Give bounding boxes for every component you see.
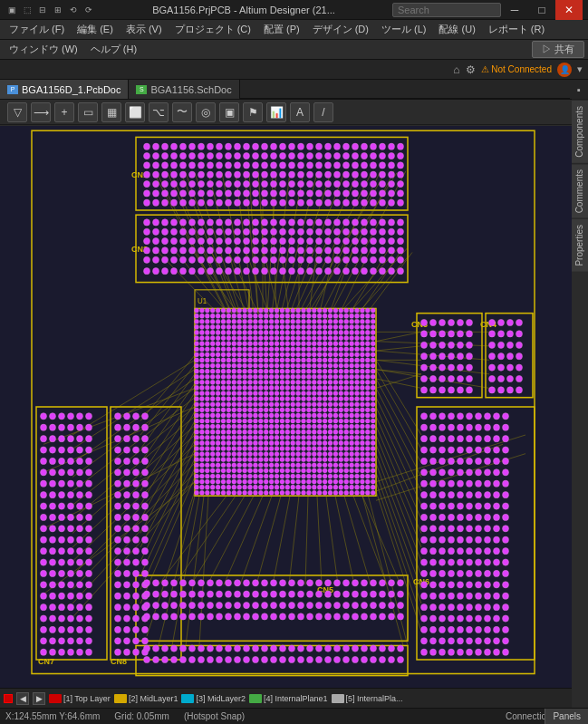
menu-place[interactable]: 配置 (P) <box>258 21 305 38</box>
maximize-button[interactable]: □ <box>528 0 555 20</box>
layer-mid2[interactable]: [3] MidLayer2 <box>181 694 246 703</box>
pcb-canvas[interactable]: CN1 CN2 CN3 CN4 CN6 CN5 CN7 CN8 U1 /* pa… <box>0 126 572 688</box>
line-tool[interactable]: / <box>313 102 333 122</box>
panel-properties[interactable]: Properties <box>572 218 588 272</box>
svg-point-2061 <box>360 440 364 445</box>
svg-point-562 <box>59 469 65 476</box>
svg-point-1668 <box>258 380 263 384</box>
component-tool[interactable]: ⬜ <box>125 102 145 122</box>
graph-tool[interactable]: 📊 <box>266 102 286 122</box>
svg-point-519 <box>307 268 313 275</box>
svg-point-1995 <box>371 430 375 434</box>
drc-tool[interactable]: ⚑ <box>243 102 263 122</box>
search-input[interactable] <box>392 3 501 17</box>
layer-ls-checkbox[interactable] <box>4 694 13 703</box>
svg-point-398 <box>262 228 268 235</box>
panels-button[interactable]: Panels <box>545 709 588 725</box>
svg-point-2230 <box>355 468 360 473</box>
svg-point-1329 <box>264 324 268 329</box>
svg-point-424 <box>235 237 241 244</box>
svg-point-1153 <box>380 613 386 620</box>
menu-edit[interactable]: 編集 (E) <box>72 21 119 38</box>
add-tool[interactable]: + <box>54 102 74 122</box>
share-button[interactable]: ▷ 共有 <box>532 41 584 58</box>
svg-point-374 <box>307 219 313 226</box>
chart-tool[interactable]: ▦ <box>101 102 121 122</box>
pad-tool[interactable]: ▣ <box>219 102 239 122</box>
svg-point-1247 <box>371 308 375 313</box>
svg-point-1678 <box>312 380 316 384</box>
menu-design[interactable]: デザイン (D) <box>307 21 374 38</box>
menu-view[interactable]: 表示 (V) <box>120 21 168 38</box>
rect-tool[interactable]: ▭ <box>78 102 98 122</box>
svg-point-454 <box>244 247 250 254</box>
svg-line-81 <box>140 459 195 575</box>
svg-point-1137 <box>235 613 241 620</box>
svg-point-1736 <box>258 391 263 395</box>
svg-point-622 <box>59 582 65 588</box>
svg-point-1301 <box>296 319 301 323</box>
user-icon[interactable]: 👤 <box>557 63 572 77</box>
svg-point-537 <box>50 424 56 430</box>
svg-point-1522 <box>205 358 209 362</box>
layer-next-btn[interactable]: ▶ <box>33 692 45 705</box>
svg-point-1144 <box>298 613 304 620</box>
svg-point-485 <box>262 256 268 263</box>
svg-line-44 <box>208 247 254 323</box>
svg-point-1520 <box>195 358 199 362</box>
svg-line-147 <box>376 454 525 501</box>
dropdown-icon[interactable]: ▾ <box>577 63 583 75</box>
menu-help[interactable]: ヘルプ (H) <box>85 41 142 58</box>
connect-tool[interactable]: ⌥ <box>149 102 169 122</box>
close-button[interactable]: ✕ <box>555 0 583 20</box>
svg-point-1330 <box>269 324 274 329</box>
panel-comments[interactable]: Comments <box>572 163 588 218</box>
svg-point-750 <box>421 319 428 325</box>
panel-components[interactable]: Components <box>572 100 588 163</box>
menu-route[interactable]: 配線 (U) <box>433 21 480 38</box>
svg-point-1759 <box>199 397 204 401</box>
svg-point-2219 <box>296 468 301 473</box>
svg-point-2050 <box>302 440 306 445</box>
menu-tools[interactable]: ツール (L) <box>376 21 432 38</box>
minimize-button[interactable]: ─ <box>501 0 528 20</box>
svg-point-1136 <box>226 613 232 620</box>
svg-point-1929 <box>199 424 204 429</box>
svg-point-945 <box>467 548 473 555</box>
layer-internal2[interactable]: [5] InternalPla... <box>332 694 403 703</box>
tab-schdoc[interactable]: S BGA1156.SchDoc <box>129 80 239 99</box>
text-tool[interactable]: A <box>290 102 310 122</box>
svg-point-1015 <box>467 626 473 632</box>
layer-mid1[interactable]: [2] MidLayer1 <box>114 694 178 703</box>
svg-point-304 <box>198 190 205 197</box>
layer-prev-btn[interactable]: ◀ <box>16 692 29 705</box>
layer-internal1[interactable]: [4] InternalPlane1 <box>249 694 328 703</box>
menu-project[interactable]: プロジェクト (C) <box>169 21 256 38</box>
menu-window[interactable]: ウィンドウ (W) <box>4 41 83 58</box>
svg-point-1272 <box>323 314 327 318</box>
svg-point-1907 <box>264 419 268 423</box>
svg-point-1124 <box>380 602 386 608</box>
svg-point-2073 <box>243 446 247 450</box>
route-tool[interactable]: ⟶ <box>31 102 51 122</box>
filter-tool[interactable]: ▽ <box>7 102 27 122</box>
settings-icon[interactable]: ⚙ <box>466 63 476 76</box>
layer-top[interactable]: [1] Top Layer <box>49 694 111 703</box>
svg-point-1503 <box>285 352 290 357</box>
tab-pcbdoc[interactable]: P BGA1156D_1.PcbDoc <box>0 80 129 99</box>
svg-point-545 <box>68 436 74 442</box>
menu-file[interactable]: ファイル (F) <box>4 21 70 38</box>
svg-point-2180 <box>269 463 274 468</box>
wave-tool[interactable]: 〜 <box>172 102 192 122</box>
menu-report[interactable]: レポート (R) <box>483 21 550 38</box>
svg-point-1479 <box>339 347 343 352</box>
svg-point-223 <box>253 162 259 169</box>
svg-point-329 <box>162 199 169 206</box>
svg-point-1295 <box>264 319 268 323</box>
svg-line-128 <box>185 171 239 318</box>
via-tool[interactable]: ◎ <box>196 102 216 122</box>
svg-point-2027 <box>360 435 364 439</box>
svg-point-1543 <box>317 358 322 362</box>
svg-point-1505 <box>296 352 301 357</box>
svg-point-1142 <box>280 613 286 620</box>
